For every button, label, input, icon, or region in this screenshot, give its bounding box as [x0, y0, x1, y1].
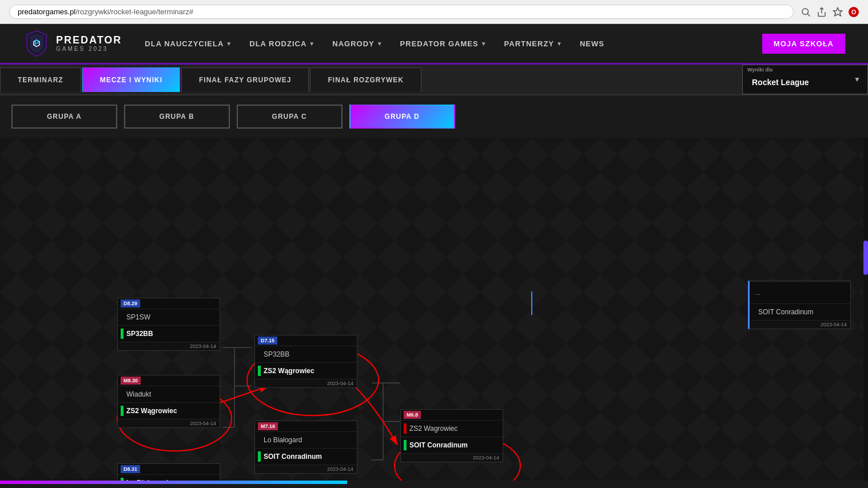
team-row-1: ZS2 Wagrowiec: [401, 420, 503, 437]
match-date: 2023-04-14: [255, 465, 357, 473]
team-indicator-winner: [258, 451, 261, 462]
team-indicator: [404, 423, 407, 434]
team-indicator-winner: [404, 440, 407, 450]
moja-szkola-button[interactable]: MOJA SZKOŁA: [762, 34, 845, 54]
team-row-1: SP1SW: [118, 309, 220, 325]
match-date: 2023-04-14: [255, 379, 357, 387]
team-name: SOIT Conradinum: [758, 308, 814, 316]
team-row-2: SOIT Conradinum: [750, 303, 850, 320]
svg-text:P: P: [34, 39, 39, 47]
scrollbar[interactable]: [863, 138, 868, 481]
navbar: ⬡ P PREDATOR GAMES 2023 DLA NAUCZYCIELA …: [0, 24, 868, 65]
match-m830: M8.30 Wiadukt ZS2 Wągrowiec 2023-04-14: [117, 375, 220, 428]
nav-links: DLA NAUCZYCIELA ▼ DLA RODZICA ▼ NAGRODY …: [145, 39, 739, 48]
team-row-2: SP32BB: [118, 325, 220, 342]
logo-shield-icon: ⬡ P: [23, 30, 50, 57]
game-selector-arrow: ▼: [854, 75, 861, 83]
nav-partnerzy[interactable]: PARTNERZY ▼: [504, 39, 563, 48]
svg-marker-2: [834, 7, 842, 15]
team-row-1: Wiadukt: [118, 386, 220, 402]
team-name: ...: [752, 285, 763, 301]
match-header: D8.29: [118, 298, 220, 309]
nav-dla-nauczyciela[interactable]: DLA NAUCZYCIELA ▼: [145, 39, 232, 48]
nav-predator-games[interactable]: PREDATOR GAMES ▼: [400, 39, 487, 48]
star-icon[interactable]: [833, 7, 843, 17]
match-header: M8.30: [118, 375, 220, 386]
dropdown-arrow: ▼: [481, 41, 487, 47]
game-selector-label: Wyniki dla: [747, 67, 773, 73]
match-badge: M6.8: [404, 411, 421, 419]
team-row-1: Lo Białogard: [118, 474, 220, 481]
dropdown-arrow: ▼: [309, 41, 315, 47]
tab-group-a[interactable]: GRUPA A: [11, 105, 117, 129]
bracket-container: D8.29 SP1SW SP32BB 2023-04-14 M8.30 Wiad…: [0, 138, 868, 481]
match-badge: D8.31: [121, 465, 140, 473]
svg-point-0: [802, 9, 809, 15]
match-header: D7.15: [255, 335, 357, 346]
match-d829: D8.29 SP1SW SP32BB 2023-04-14: [117, 298, 220, 351]
search-icon[interactable]: [801, 7, 811, 17]
match-badge: D7.15: [258, 337, 277, 345]
team-name: ZS2 Wągrowiec: [126, 407, 177, 415]
match-date: 2023-04-14: [401, 453, 503, 462]
match-badge: M7.16: [258, 422, 278, 430]
group-tabs: GRUPA A GRUPA B GRUPA C GRUPA D: [0, 95, 868, 138]
team-name: SOIT Conradinum: [409, 441, 468, 449]
logo[interactable]: ⬡ P PREDATOR GAMES 2023: [23, 30, 122, 57]
team-row-1: Lo Białogard: [255, 431, 357, 448]
match-d715: D7.15 SP32BB ZS2 Wągrowiec 2023-04-14: [254, 335, 357, 388]
team-name: SOIT Conradinum: [264, 453, 322, 461]
game-selector[interactable]: Wyniki dla Rocket League ▼: [742, 65, 868, 94]
url-bar[interactable]: predatorgames.pl/rozgrywki/rocket-league…: [9, 5, 794, 19]
team-name: Lo Białogard: [126, 479, 168, 481]
tab-terminarz[interactable]: TERMINARZ: [0, 67, 81, 92]
url-text: predatorgames.pl/rozgrywki/rocket-league…: [18, 7, 193, 16]
team-row-2: ZS2 Wągrowiec: [118, 402, 220, 419]
team-indicator: [121, 389, 124, 399]
browser-bar: predatorgames.pl/rozgrywki/rocket-league…: [0, 0, 868, 24]
game-selector-value: Rocket League: [752, 78, 809, 87]
tab-final-rozgrywek[interactable]: FINAŁ ROZGRYWEK: [310, 67, 421, 92]
sub-tabs: TERMINARZ MECZE I WYNIKI FINAŁ FAZY GRUP…: [0, 65, 868, 95]
share-icon[interactable]: [817, 7, 827, 17]
tab-group-c[interactable]: GRUPA C: [237, 105, 343, 129]
browser-menu-icon[interactable]: O: [849, 7, 859, 17]
scroll-thumb[interactable]: [863, 241, 868, 275]
match-badge: M8.30: [121, 377, 141, 385]
tab-final-fazy-grupowej[interactable]: FINAŁ FAZY GRUPOWEJ: [181, 67, 309, 92]
team-row-2: SOIT Conradinum: [255, 448, 357, 465]
dropdown-arrow: ▼: [556, 41, 563, 47]
tab-group-b[interactable]: GRUPA B: [124, 105, 230, 129]
nav-dla-rodzica[interactable]: DLA RODZICA ▼: [249, 39, 315, 48]
match-m716: M7.16 Lo Białogard SOIT Conradinum 2023-…: [254, 421, 357, 474]
team-name: Lo Białogard: [264, 436, 302, 444]
team-row-1: SP32BB: [255, 346, 357, 362]
game-selector-button[interactable]: Wyniki dla Rocket League ▼: [742, 65, 868, 94]
match-header: D8.31: [118, 464, 220, 474]
match-header: M6.8: [401, 410, 503, 420]
team-name: SP1SW: [126, 313, 150, 321]
logo-text: PREDATOR GAMES 2023: [56, 35, 122, 53]
match-sidebar: ... SOIT Conradinum 2023-04-14: [748, 281, 851, 329]
match-date: 2023-04-14: [118, 419, 220, 427]
team-name: Wiadukt: [126, 390, 151, 398]
team-name: ZS2 Wagrowiec: [409, 425, 457, 433]
tab-group-d[interactable]: GRUPA D: [349, 105, 455, 129]
svg-line-1: [807, 14, 810, 17]
team-name: SP32BB: [126, 330, 153, 338]
match-badge: D8.29: [121, 299, 140, 307]
nav-news[interactable]: NEWS: [580, 39, 604, 48]
team-name: SP32BB: [264, 350, 289, 358]
browser-icons: O: [801, 7, 859, 17]
team-name: ZS2 Wągrowiec: [264, 367, 314, 375]
bottom-scrollbar[interactable]: [0, 481, 347, 484]
match-date: 2023-04-14: [118, 342, 220, 350]
team-indicator-winner: [121, 478, 124, 481]
dropdown-arrow: ▼: [226, 41, 232, 47]
team-indicator: [121, 312, 124, 322]
match-m68: M6.8 ZS2 Wagrowiec SOIT Conradinum 2023-…: [400, 409, 503, 462]
tab-mecze-i-wyniki[interactable]: MECZE I WYNIKI: [82, 67, 180, 92]
match-date: 2023-04-14: [750, 320, 850, 329]
team-row-2: ZS2 Wągrowiec: [255, 362, 357, 379]
nav-nagrody[interactable]: NAGRODY ▼: [332, 39, 383, 48]
